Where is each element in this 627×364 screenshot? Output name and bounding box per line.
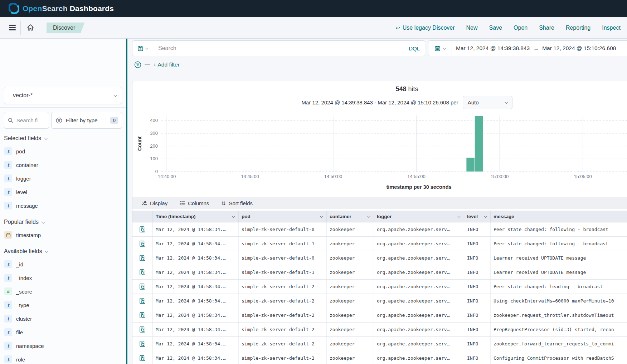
histogram-svg[interactable]: 14:40:0014:45:0014:50:0014:55:0015:00:00… xyxy=(136,111,627,181)
columns-button[interactable]: Columns xyxy=(180,200,209,206)
add-filter-button[interactable]: + Add filter xyxy=(153,62,180,68)
field-item-_id[interactable]: t_id xyxy=(0,257,126,271)
field-item-logger[interactable]: tlogger xyxy=(0,172,126,185)
expand-row-button[interactable] xyxy=(132,294,153,308)
query-language-button[interactable]: DQL xyxy=(404,45,425,51)
field-item-pod[interactable]: tpod xyxy=(0,144,126,158)
cell-container: zookeeper xyxy=(327,237,374,251)
nav-action-inspect[interactable]: Inspect xyxy=(602,25,621,31)
field-search-box[interactable] xyxy=(4,112,49,129)
cell-message: Learner received UPTODATE message xyxy=(491,265,627,279)
chevron-down-icon xyxy=(145,46,149,50)
saved-queries-button[interactable] xyxy=(132,41,153,56)
expand-document-icon xyxy=(140,341,145,347)
index-pattern-select[interactable]: vector-* xyxy=(4,87,122,104)
cell-container: zookeeper xyxy=(327,280,374,294)
nav-action-new[interactable]: New xyxy=(466,25,478,31)
cell-message: Learner received UPTODATE message xyxy=(491,251,627,265)
table-row: Mar 12, 2024 @ 14:58:34.…simple-zk-serve… xyxy=(132,280,627,294)
interval-select[interactable]: Auto xyxy=(463,96,512,109)
column-header-level[interactable]: level xyxy=(464,211,491,222)
expand-row-button[interactable] xyxy=(132,308,153,322)
chevron-down-icon xyxy=(367,214,371,218)
popular-fields-header[interactable]: Popular fields xyxy=(4,218,126,226)
table-row: Mar 12, 2024 @ 14:58:34.…simple-zk-serve… xyxy=(132,337,627,351)
selected-fields-header[interactable]: Selected fields xyxy=(4,134,126,142)
opensearch-brand[interactable]: OpenSearchDashboards xyxy=(9,3,114,14)
nav-action-use-legacy-discover[interactable]: ↩Use legacy Discover xyxy=(396,25,455,31)
svg-text:200: 200 xyxy=(150,143,158,149)
field-search-input[interactable] xyxy=(16,117,42,123)
table-body: Mar 12, 2024 @ 14:58:34.…simple-zk-serve… xyxy=(132,222,627,364)
nav-action-open[interactable]: Open xyxy=(514,25,528,31)
field-item-_score[interactable]: #_score xyxy=(0,285,126,298)
nav-action-reporting[interactable]: Reporting xyxy=(566,25,590,31)
datagrid-toolbar: Display Columns Sort fields xyxy=(132,197,627,209)
field-name: level xyxy=(16,189,27,195)
cell-time: Mar 12, 2024 @ 14:58:34.… xyxy=(153,265,239,279)
filter-circle-icon xyxy=(56,117,62,124)
column-header-logger[interactable]: logger xyxy=(374,211,464,222)
expand-row-button[interactable] xyxy=(132,323,153,336)
field-item-role[interactable]: trole xyxy=(0,353,126,364)
field-type-string-icon: t xyxy=(4,328,12,336)
field-name: timestamp xyxy=(16,232,41,238)
filter-count-badge: 0 xyxy=(110,117,118,124)
column-header-container[interactable]: container xyxy=(327,211,374,222)
table-row: Mar 12, 2024 @ 14:58:34.…simple-zk-serve… xyxy=(132,222,627,237)
sort-fields-button[interactable]: Sort fields xyxy=(221,200,253,206)
expand-row-button[interactable] xyxy=(132,251,153,265)
field-type-string-icon: t xyxy=(4,174,12,182)
nav-actions: ↩Use legacy Discover NewSaveOpenShareRep… xyxy=(396,17,621,39)
breadcrumb[interactable]: Discover xyxy=(47,23,84,33)
date-range-end[interactable]: Mar 12, 2024 @ 15:10:26.608 xyxy=(542,45,616,51)
filter-icon[interactable] xyxy=(134,61,141,68)
nav-action-share[interactable]: Share xyxy=(539,25,554,31)
column-header-message[interactable]: message xyxy=(491,211,627,222)
field-type-string-icon: t xyxy=(4,342,12,350)
cell-container: zookeeper xyxy=(327,351,374,364)
display-button[interactable]: Display xyxy=(142,200,167,206)
chevron-down-icon xyxy=(505,100,508,104)
expand-row-button[interactable] xyxy=(132,351,153,364)
menu-hamburger-icon[interactable] xyxy=(9,25,16,30)
field-name: _index xyxy=(16,275,32,281)
hits-time-range: Mar 12, 2024 @ 14:39:38.843 - Mar 12, 20… xyxy=(301,99,458,105)
field-item-_type[interactable]: t_type xyxy=(0,298,126,312)
available-fields-header[interactable]: Available fields xyxy=(4,247,126,255)
field-item-level[interactable]: tlevel xyxy=(0,185,126,199)
home-button[interactable] xyxy=(26,24,34,31)
field-item-message[interactable]: tmessage xyxy=(0,199,126,212)
column-header-pod[interactable]: pod xyxy=(239,211,327,222)
field-item-namespace[interactable]: tnamespace xyxy=(0,339,126,353)
field-type-string-icon: t xyxy=(4,315,12,323)
expand-row-button[interactable] xyxy=(132,265,153,279)
cell-pod: simple-zk-server-default-1 xyxy=(239,265,327,279)
field-item-container[interactable]: tcontainer xyxy=(0,158,126,172)
field-item-timestamp[interactable]: timestamp xyxy=(0,228,126,242)
column-header-time-timestamp[interactable]: Time (timestamp) xyxy=(153,211,239,222)
sidebar-divider-line[interactable] xyxy=(126,39,127,364)
cell-message: Peer state changed: following - broadcas… xyxy=(491,222,627,236)
field-type-string-icon: t xyxy=(4,355,12,363)
cell-time: Mar 12, 2024 @ 14:58:34.… xyxy=(153,237,239,251)
filter-by-type-button[interactable]: Filter by type 0 xyxy=(51,112,122,129)
column-header-expand xyxy=(132,211,153,222)
column-header-label: logger xyxy=(377,214,392,219)
date-range-start[interactable]: Mar 12, 2024 @ 14:39:38.843 xyxy=(456,45,530,51)
field-item-_index[interactable]: t_index xyxy=(0,271,126,285)
divider xyxy=(41,21,41,35)
nav-action-save[interactable]: Save xyxy=(489,25,502,31)
expand-row-button[interactable] xyxy=(132,222,153,236)
expand-row-button[interactable] xyxy=(132,280,153,294)
query-input[interactable] xyxy=(153,45,404,51)
field-item-cluster[interactable]: tcluster xyxy=(0,312,126,325)
field-name: pod xyxy=(16,148,25,154)
expand-row-button[interactable] xyxy=(132,337,153,351)
cell-container: zookeeper xyxy=(327,251,374,265)
brand-title: OpenSearchDashboards xyxy=(23,4,114,13)
expand-row-button[interactable] xyxy=(132,237,153,251)
date-quick-select-button[interactable] xyxy=(428,41,452,56)
cell-pod: simple-zk-server-default-2 xyxy=(239,280,327,294)
field-item-file[interactable]: tfile xyxy=(0,325,126,339)
